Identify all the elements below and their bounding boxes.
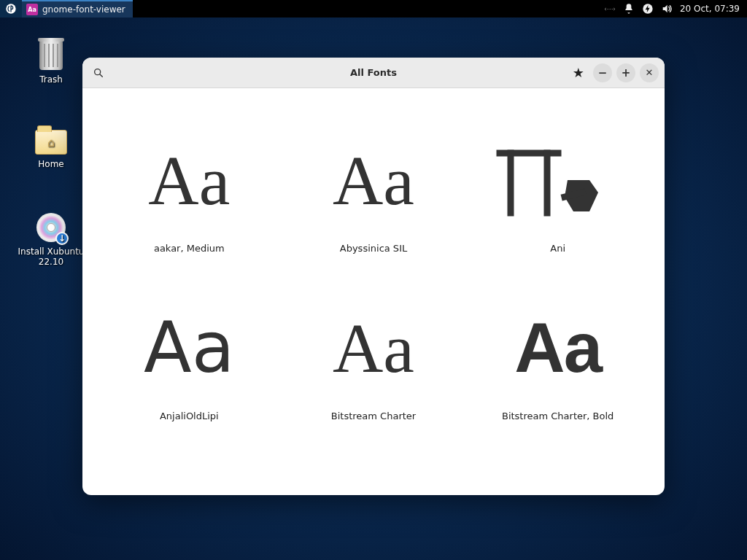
font-sample: Aa: [148, 136, 230, 224]
search-button[interactable]: [88, 63, 109, 83]
notifications-icon[interactable]: [623, 3, 635, 15]
svg-line-4: [100, 74, 102, 77]
font-label: Bitstream Charter, Bold: [502, 411, 614, 421]
font-label: Bitstream Charter: [331, 411, 416, 421]
font-grid[interactable]: Aa aakar, Medium Aa Abyssinica SIL Ani A…: [82, 88, 665, 495]
font-card-abyssinica[interactable]: Aa Abyssinica SIL: [282, 117, 466, 285]
desktop-icon-trash[interactable]: Trash: [15, 38, 88, 85]
start-menu-button[interactable]: [0, 0, 22, 18]
svg-point-3: [95, 69, 101, 74]
taskbar-item-label: gnome-font-viewer: [42, 4, 125, 15]
font-label: AnjaliOldLipi: [160, 411, 219, 421]
zoom-in-button[interactable]: +: [616, 63, 635, 82]
font-sample: Aa: [144, 304, 235, 392]
desktop-icon-install[interactable]: ↓ Install Xubuntu 22.10: [15, 210, 88, 267]
font-sample: Aa: [333, 136, 414, 224]
svg-text:‹⋯›: ‹⋯›: [604, 5, 616, 12]
font-viewer-window: All Fonts ★ − + ✕ Aa aakar, Medium Aa Ab…: [82, 58, 665, 495]
network-icon[interactable]: ‹⋯›: [604, 3, 616, 15]
font-sample: Aa: [153, 472, 225, 495]
font-sample: Aa: [525, 472, 590, 495]
close-icon: ✕: [646, 67, 654, 78]
minus-icon: −: [598, 66, 608, 79]
font-sample: Aa: [333, 304, 414, 392]
trash-icon: [39, 41, 63, 70]
desktop-icon-label: Trash: [39, 74, 63, 85]
headerbar: All Fonts ★ − + ✕: [82, 58, 665, 88]
close-button[interactable]: ✕: [640, 63, 659, 82]
download-badge-icon: ↓: [55, 232, 69, 245]
plus-icon: +: [622, 66, 631, 79]
zoom-out-button[interactable]: −: [593, 63, 612, 82]
font-sample: [496, 136, 620, 224]
font-card-bitstream-bold[interactable]: Aa Bitstream Charter, Bold: [465, 285, 650, 453]
power-manager-icon[interactable]: [642, 3, 654, 15]
search-icon: [93, 67, 104, 79]
disc-icon: ↓: [36, 213, 66, 242]
taskbar-item-gnome-font-viewer[interactable]: Aa gnome-font-viewer: [22, 0, 133, 18]
font-viewer-icon: Aa: [26, 4, 38, 15]
font-card-ani[interactable]: Ani: [465, 117, 650, 285]
font-card-aakar[interactable]: Aa aakar, Medium: [97, 117, 282, 285]
font-card-anjali[interactable]: Aa AnjaliOldLipi: [97, 285, 282, 453]
font-card-partial[interactable]: Aa: [465, 453, 650, 495]
desktop-icon-label: Home: [38, 159, 63, 169]
font-card-partial[interactable]: Aa: [282, 453, 466, 495]
volume-icon[interactable]: [661, 3, 673, 15]
clock[interactable]: 20 Oct, 07:39: [680, 4, 740, 14]
favorite-star-icon[interactable]: ★: [573, 65, 584, 80]
font-label: aakar, Medium: [154, 243, 225, 254]
font-sample: Aa: [514, 304, 601, 392]
font-card-partial[interactable]: Aa: [97, 453, 282, 495]
desktop-icon-home[interactable]: ⌂ Home: [15, 122, 88, 169]
font-label: Abyssinica SIL: [340, 243, 407, 254]
font-card-bitstream[interactable]: Aa Bitstream Charter: [282, 285, 466, 453]
font-sample: Aa: [339, 472, 407, 495]
desktop-icon-label: Install Xubuntu 22.10: [15, 246, 88, 267]
folder-icon: ⌂: [35, 130, 67, 155]
font-label: Ani: [550, 243, 565, 254]
top-panel: Aa gnome-font-viewer ‹⋯› 20 Oct, 07:39: [0, 0, 747, 18]
